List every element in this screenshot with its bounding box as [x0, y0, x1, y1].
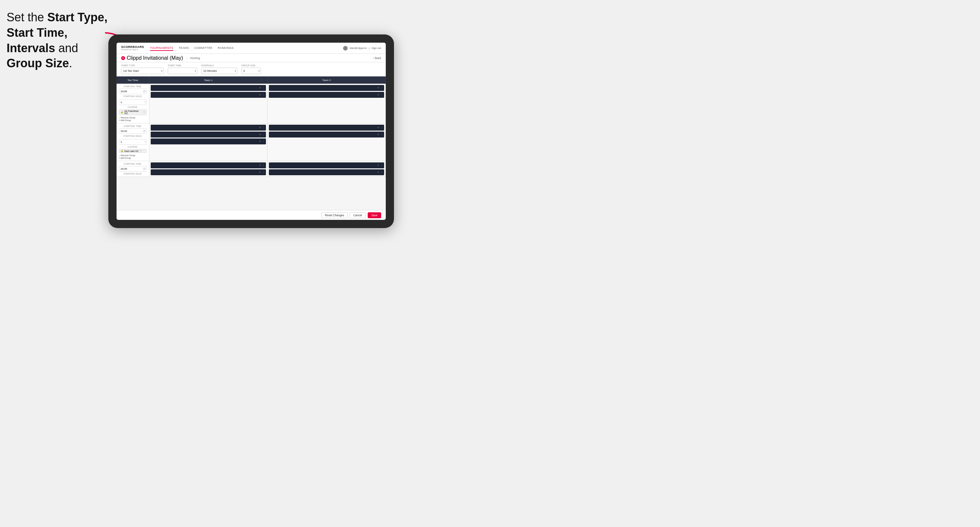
intervals-group: Intervals 5 Minutes 10 Minutes 15 Minute…	[201, 64, 237, 74]
start-type-select[interactable]: 1st Tee Start Shotgun Start Custom	[121, 68, 164, 74]
group-size-wrapper: 2 3 4	[241, 67, 261, 74]
p11-remove[interactable]: ✕	[377, 164, 379, 167]
g1-hole-wrap: 1	[119, 98, 147, 105]
p4-remove[interactable]: ✕	[377, 94, 379, 96]
instruction-bold2: Start Time,	[6, 26, 67, 40]
p1-remove[interactable]: ✕	[259, 87, 261, 89]
nav-teams[interactable]: TEAMS	[178, 46, 189, 51]
start-type-wrapper: 1st Tee Start Shotgun Start Custom	[121, 67, 164, 74]
start-time-group: Start Time 10:00	[168, 64, 197, 74]
group-size-select[interactable]: 2 3 4	[241, 68, 261, 74]
intervals-select[interactable]: 5 Minutes 10 Minutes 15 Minutes 20 Minut…	[201, 68, 237, 74]
list-item: ✕ ⋮	[269, 169, 384, 175]
table-row: STARTING TIME: 🕐 STARTING HOLE: 1 COURSE…	[116, 84, 386, 123]
table-area[interactable]: STARTING TIME: 🕐 STARTING HOLE: 1 COURSE…	[116, 84, 386, 210]
g1-start-time-wrap: 🕐	[119, 89, 147, 94]
tablet-screen: SCOREBOARD Powered by clipp.d TOURNAMENT…	[116, 43, 386, 220]
p6b-remove[interactable]: ✕	[259, 140, 261, 143]
sign-out-link[interactable]: Sign out	[372, 47, 381, 49]
nav-right: blair@clippd.io | Sign out	[343, 46, 381, 51]
user-email: blair@clippd.io	[350, 47, 367, 49]
g1-course-icon: ⛳	[121, 111, 123, 114]
list-item: ✕ ⋮	[151, 132, 266, 138]
brand-sub: Powered by clipp.d	[121, 49, 144, 51]
p7-dots: ⋮	[380, 126, 383, 129]
table-row: STARTING TIME: 🕐 STARTING HOLE: ✕ ⋮ ✕ ⋮	[116, 161, 386, 177]
th-tee-time: Tee Time	[116, 76, 150, 84]
nav-tournaments[interactable]: TOURNAMENTS	[150, 46, 173, 51]
g1-course-remove[interactable]: ✕	[143, 111, 145, 114]
table-row: STARTING TIME: 🕐 STARTING HOLE: 1 COURSE…	[116, 123, 386, 161]
g1-remove-group[interactable]: ○ Remove Group	[119, 116, 147, 119]
group-2-left: STARTING TIME: 🕐 STARTING HOLE: 1 COURSE…	[116, 123, 150, 161]
g1-add-group[interactable]: + Add Group	[119, 119, 147, 121]
list-item: ✕ ⋮	[269, 125, 384, 130]
p6-remove[interactable]: ✕	[259, 133, 261, 136]
nav-committee[interactable]: COMMITTEE	[194, 46, 213, 51]
start-type-label: Start Type	[121, 64, 164, 67]
g3-team2: ✕ ⋮ ✕ ⋮	[267, 161, 386, 176]
intervals-wrapper: 5 Minutes 10 Minutes 15 Minutes 20 Minut…	[201, 67, 237, 74]
controls-row: Start Type 1st Tee Start Shotgun Start C…	[116, 62, 386, 76]
tournament-title: Clippd Invitational (May)	[127, 55, 183, 61]
p7-remove[interactable]: ✕	[377, 126, 379, 129]
cancel-button[interactable]: Cancel	[350, 212, 365, 218]
g2-course-tag: ⛳ East Lake GC ✕	[119, 149, 147, 153]
g3-team1: ✕ ⋮ ✕ ⋮	[150, 161, 267, 176]
g2-course-name: East Lake GC	[124, 150, 139, 152]
reset-changes-button[interactable]: Reset Changes	[321, 212, 348, 218]
instruction-bold1: Start Type,	[47, 11, 107, 24]
p6b-dots: ⋮	[262, 140, 265, 143]
g1-course-actions: ○ Remove Group + Add Group	[119, 116, 147, 121]
g1-team1: ✕ ⋮ ✕ ⋮	[150, 84, 267, 123]
g1-course-name: (A) Peachtree GC	[124, 110, 142, 114]
g2-add-group[interactable]: + Add Group	[119, 157, 147, 159]
p6-dots: ⋮	[262, 133, 265, 136]
p10-remove[interactable]: ✕	[259, 171, 261, 174]
list-item: ✕ ⋮	[151, 162, 266, 168]
g1-course-label: COURSE:	[119, 106, 147, 108]
instruction-bold3: Intervals	[6, 41, 55, 55]
group-size-label: Group Size	[241, 64, 261, 67]
g2-course-actions: ○ Remove Group + Add Group	[119, 154, 147, 159]
p9-remove[interactable]: ✕	[259, 164, 261, 167]
list-item: ✕ ⋮	[269, 92, 384, 98]
g2-remove-group[interactable]: ○ Remove Group	[119, 154, 147, 157]
p2-remove[interactable]: ✕	[259, 94, 261, 96]
p3-remove[interactable]: ✕	[377, 87, 379, 89]
g1-hole-select[interactable]: 1	[119, 99, 147, 105]
g3-clock-icon: 🕐	[143, 168, 146, 170]
instruction-line1: Set the Start Type, Start Time, Interval…	[6, 11, 107, 70]
p8-remove[interactable]: ✕	[377, 133, 379, 136]
back-button[interactable]: ‹ Back	[373, 56, 381, 60]
p4-dots: ⋮	[380, 94, 383, 96]
save-button[interactable]: Save	[368, 212, 381, 218]
p3-dots: ⋮	[380, 87, 383, 89]
g1-team2: ✕ ⋮ ✕ ⋮	[267, 84, 386, 123]
g2-course-icon: ⛳	[121, 150, 123, 152]
hosting-label: Hosting	[190, 56, 200, 60]
instruction-bold4: Group Size	[6, 56, 69, 70]
start-time-wrapper: 10:00	[168, 67, 197, 74]
user-avatar	[343, 46, 348, 51]
p1-dots: ⋮	[262, 87, 265, 89]
nav-rankings[interactable]: RANKINGS	[218, 46, 234, 51]
g2-hole-select[interactable]: 1	[119, 139, 147, 145]
g1-course-tag: ⛳ (A) Peachtree GC ✕	[119, 109, 147, 115]
list-item: ✕ ⋮	[151, 125, 266, 130]
p12-remove[interactable]: ✕	[377, 171, 379, 174]
g2-hole-label: STARTING HOLE:	[119, 135, 147, 137]
p9-dots: ⋮	[262, 164, 265, 167]
th-team1: Team 1	[150, 76, 267, 84]
start-time-input[interactable]: 10:00	[168, 68, 197, 74]
g2-team1: ✕ ⋮ ✕ ⋮ ✕ ⋮	[150, 123, 267, 161]
list-item: ✕ ⋮	[151, 169, 266, 175]
start-type-group: Start Type 1st Tee Start Shotgun Start C…	[121, 64, 164, 74]
g2-course-remove[interactable]: ✕	[140, 150, 142, 152]
p5-remove[interactable]: ✕	[259, 126, 261, 129]
p12-dots: ⋮	[380, 171, 383, 174]
g1-hole-label: STARTING HOLE:	[119, 95, 147, 97]
th-team2: Team 2	[267, 76, 386, 84]
start-time-label: Start Time	[168, 64, 197, 67]
brand-logo: SCOREBOARD	[121, 46, 144, 49]
